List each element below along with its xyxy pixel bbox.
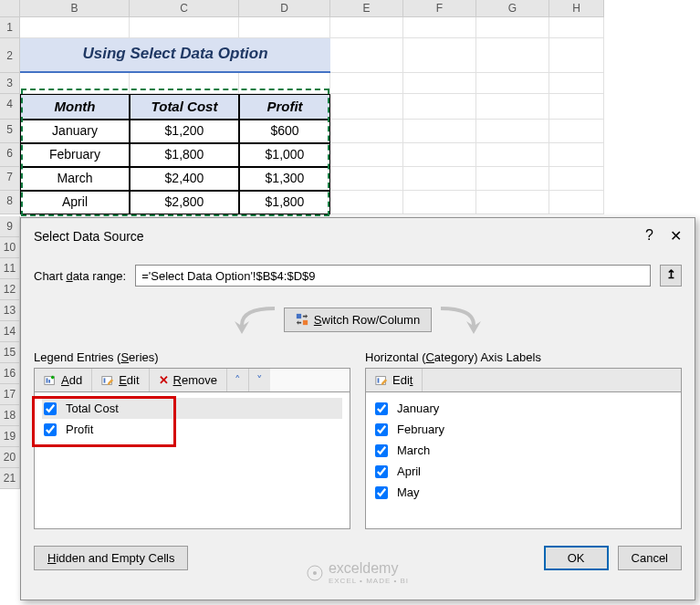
row-head[interactable]: 6 xyxy=(0,143,20,167)
axis-item-label: May xyxy=(397,485,420,499)
table-cell[interactable]: March xyxy=(20,167,130,191)
axis-list[interactable]: January February March April May xyxy=(365,392,682,529)
axis-item[interactable]: February xyxy=(373,419,674,440)
col-head[interactable]: E xyxy=(330,0,403,17)
edit-series-button[interactable]: Edit xyxy=(92,369,149,391)
table-header: Profit xyxy=(239,94,330,120)
watermark-brand: exceldemy xyxy=(329,560,409,577)
cancel-button[interactable]: Cancel xyxy=(618,546,682,570)
legend-item-label: Total Cost xyxy=(66,402,119,415)
table-header: Total Cost xyxy=(130,94,239,120)
axis-item-label: April xyxy=(397,464,421,478)
svg-rect-6 xyxy=(104,378,106,382)
edit-icon xyxy=(101,374,114,387)
table-header: Month xyxy=(20,94,130,120)
col-head[interactable]: C xyxy=(130,0,239,17)
arrow-right-icon xyxy=(432,303,486,336)
axis-checkbox[interactable] xyxy=(375,486,388,499)
edit-icon xyxy=(375,374,388,387)
range-selector-button[interactable]: ↥ xyxy=(660,265,682,287)
table-cell[interactable]: $1,300 xyxy=(239,167,330,191)
dialog-title: Select Data Source xyxy=(34,229,144,244)
select-data-source-dialog: Select Data Source ? ✕ Chart data range:… xyxy=(20,217,695,600)
watermark-sub: EXCEL • MADE • BI xyxy=(329,577,409,585)
hidden-empty-cells-button[interactable]: Hidden and Empty Cells xyxy=(34,546,188,570)
table-cell[interactable]: $2,800 xyxy=(130,191,239,214)
legend-item[interactable]: Profit xyxy=(42,419,342,440)
col-head[interactable]: D xyxy=(239,0,330,17)
svg-point-10 xyxy=(313,571,317,575)
table-cell[interactable]: February xyxy=(20,143,130,167)
remove-series-button[interactable]: ✕ Remove xyxy=(150,369,227,391)
help-icon[interactable]: ? xyxy=(645,227,653,245)
axis-item[interactable]: January xyxy=(373,398,674,419)
chart-data-range-label: Chart data range: xyxy=(34,269,126,283)
axis-labels-panel: Horizontal (Category) Axis Labels Edit J… xyxy=(365,350,682,529)
table-cell[interactable]: $1,800 xyxy=(130,143,239,167)
arrow-left-icon xyxy=(229,303,284,336)
col-head[interactable]: F xyxy=(403,0,476,17)
move-down-button[interactable]: ˅ xyxy=(249,369,270,391)
corner-cell xyxy=(0,0,20,17)
svg-rect-3 xyxy=(47,378,48,382)
axis-checkbox[interactable] xyxy=(375,444,388,457)
axis-checkbox[interactable] xyxy=(375,465,388,478)
table-cell[interactable]: $1,800 xyxy=(239,191,330,214)
legend-checkbox[interactable] xyxy=(44,423,57,436)
move-up-button[interactable]: ˄ xyxy=(227,369,249,391)
legend-entries-title: Legend Entries (Series) xyxy=(34,350,350,364)
row-head[interactable]: 3 xyxy=(0,73,20,94)
axis-item-label: March xyxy=(397,443,430,457)
table-cell[interactable]: $1,000 xyxy=(239,143,330,167)
add-series-button[interactable]: Add xyxy=(35,369,92,391)
col-head[interactable]: G xyxy=(476,0,549,17)
table-cell[interactable]: April xyxy=(20,191,130,214)
watermark: exceldemy EXCEL • MADE • BI xyxy=(307,560,409,585)
axis-item-label: January xyxy=(397,402,439,415)
sheet-title: Using Select Data Option xyxy=(20,38,330,73)
axis-item[interactable]: April xyxy=(373,461,674,482)
row-head[interactable]: 1 xyxy=(0,17,20,38)
chart-data-range-input[interactable] xyxy=(135,265,651,287)
remove-icon: ✕ xyxy=(159,373,169,387)
row-head[interactable]: 5 xyxy=(0,120,20,143)
row-head[interactable]: 4 xyxy=(0,94,20,120)
table-cell[interactable]: January xyxy=(20,120,130,143)
legend-checkbox[interactable] xyxy=(44,402,57,415)
legend-item-label: Profit xyxy=(66,422,93,436)
table-cell[interactable]: $1,200 xyxy=(130,120,239,143)
svg-rect-4 xyxy=(48,380,50,383)
legend-entries-panel: Legend Entries (Series) Add Edit ✕ Remov… xyxy=(34,350,350,529)
row-heads-lower: 9101112131415161718192021 xyxy=(0,216,20,489)
row-head[interactable]: 2 xyxy=(0,38,20,73)
table-cell[interactable]: $600 xyxy=(239,120,330,143)
axis-checkbox[interactable] xyxy=(375,402,388,415)
row-head[interactable]: 7 xyxy=(0,167,20,191)
switch-row-column-button[interactable]: Switch Row/Column xyxy=(284,308,432,332)
col-head[interactable]: H xyxy=(549,0,604,17)
switch-icon xyxy=(296,313,308,326)
logo-icon xyxy=(307,565,323,581)
row-head[interactable]: 8 xyxy=(0,191,20,214)
ok-button[interactable]: OK xyxy=(544,546,609,570)
col-head[interactable]: B xyxy=(20,0,130,17)
legend-item[interactable]: Total Cost xyxy=(42,398,342,419)
axis-item[interactable]: May xyxy=(373,482,674,503)
svg-rect-8 xyxy=(378,378,380,382)
legend-list[interactable]: Total Cost Profit xyxy=(34,392,350,529)
svg-rect-1 xyxy=(303,320,308,325)
axis-labels-title: Horizontal (Category) Axis Labels xyxy=(365,350,682,364)
close-icon[interactable]: ✕ xyxy=(670,227,682,245)
edit-axis-button[interactable]: Edit xyxy=(366,369,423,391)
add-icon xyxy=(44,374,57,387)
axis-item[interactable]: March xyxy=(373,440,674,461)
axis-item-label: February xyxy=(397,422,444,436)
spreadsheet-grid: B C D E F G H 1 2 Using Select Data Opti… xyxy=(0,0,700,214)
table-cell[interactable]: $2,400 xyxy=(130,167,239,191)
svg-rect-0 xyxy=(297,314,301,318)
axis-checkbox[interactable] xyxy=(375,423,388,436)
